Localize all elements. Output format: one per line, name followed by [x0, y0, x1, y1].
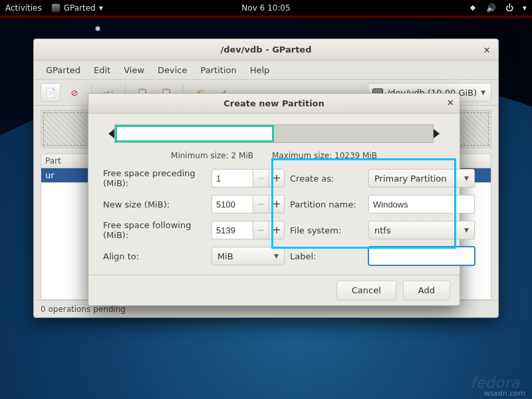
- label-create-as: Create as:: [290, 174, 363, 184]
- power-icon[interactable]: ⏻: [505, 3, 513, 13]
- slider-handle-left[interactable]: [108, 129, 114, 138]
- label-label: Label:: [290, 251, 363, 261]
- site-watermark: wsxdn.com: [484, 389, 525, 398]
- decrement-button[interactable]: −: [253, 221, 269, 239]
- desktop-moon: [96, 27, 100, 31]
- align-to-value: MiB: [217, 251, 233, 261]
- volume-icon[interactable]: 🔊: [486, 3, 496, 13]
- min-size-label: Minimum size: 2 MiB: [171, 151, 253, 160]
- network-icon[interactable]: ⯁: [469, 3, 477, 13]
- chevron-down-icon[interactable]: ▼: [523, 5, 527, 11]
- chevron-down-icon: ▼: [99, 5, 103, 11]
- decrement-button[interactable]: −: [253, 195, 269, 213]
- size-slider[interactable]: [108, 120, 440, 147]
- gnome-topbar: Activities GParted ▼ Nov 6 10:05 ⯁ 🔊 ⏻ ▼: [0, 0, 532, 16]
- create-as-combo[interactable]: Primary Partition ▼: [368, 169, 475, 188]
- menu-device[interactable]: Device: [152, 63, 192, 78]
- chevron-down-icon: ▼: [274, 253, 279, 259]
- increment-button[interactable]: +: [269, 195, 285, 213]
- slider-used-region[interactable]: [115, 125, 274, 142]
- label-file-system: File system:: [290, 225, 363, 235]
- accent-strip: [0, 16, 532, 18]
- create-partition-dialog: Create new Partition ✕ Minimum size: 2 M…: [88, 93, 460, 306]
- dialog-titlebar[interactable]: Create new Partition ✕: [88, 94, 460, 114]
- col-partition: Part: [45, 156, 61, 166]
- activities-button[interactable]: Activities: [5, 3, 42, 13]
- label-free-preceding: Free space preceding (MiB):: [103, 168, 206, 188]
- dialog-footer: Cancel Add: [88, 275, 460, 305]
- increment-button[interactable]: +: [269, 221, 285, 239]
- app-icon: [51, 3, 61, 13]
- menu-help[interactable]: Help: [245, 63, 275, 78]
- partition-name-input[interactable]: [368, 195, 475, 213]
- window-title: /dev/vdb - GParted: [221, 45, 312, 55]
- file-system-combo[interactable]: ntfs ▼: [368, 221, 475, 239]
- increment-button[interactable]: +: [269, 169, 285, 188]
- new-size-input[interactable]: [211, 195, 253, 213]
- free-following-input[interactable]: [211, 221, 253, 239]
- add-button[interactable]: Add: [403, 281, 450, 301]
- slider-handle-right[interactable]: [434, 129, 440, 138]
- chevron-down-icon: ▼: [481, 89, 485, 96]
- close-icon[interactable]: ✕: [447, 98, 454, 108]
- menu-edit[interactable]: Edit: [88, 63, 116, 78]
- chevron-down-icon: ▼: [464, 175, 469, 182]
- free-following-spinner[interactable]: − +: [211, 221, 285, 239]
- create-as-value: Primary Partition: [374, 174, 447, 184]
- cancel-button[interactable]: Cancel: [336, 281, 396, 301]
- new-size-spinner[interactable]: − +: [211, 195, 285, 213]
- clock[interactable]: Nov 6 10:05: [241, 3, 290, 13]
- label-align-to: Align to:: [103, 251, 206, 261]
- appmenu-button[interactable]: GParted ▼: [51, 3, 103, 13]
- menu-gparted[interactable]: GParted: [41, 63, 86, 78]
- close-icon[interactable]: ✕: [481, 44, 493, 56]
- size-limits: Minimum size: 2 MiB Maximum size: 10239 …: [88, 151, 460, 160]
- new-partition-button[interactable]: 📄: [41, 83, 61, 102]
- appmenu-label: GParted: [64, 3, 96, 13]
- free-preceding-input[interactable]: [211, 169, 253, 188]
- window-titlebar[interactable]: /dev/vdb - GParted ✕: [34, 39, 498, 61]
- chevron-down-icon: ▼: [464, 227, 469, 233]
- menu-partition[interactable]: Partition: [196, 63, 242, 78]
- menubar: GParted Edit View Device Partition Help: [34, 61, 498, 79]
- label-new-size: New size (MiB):: [103, 200, 206, 209]
- menu-view[interactable]: View: [118, 63, 150, 78]
- row-text: ur: [45, 170, 55, 180]
- free-preceding-spinner[interactable]: − +: [211, 169, 285, 188]
- label-input[interactable]: [368, 247, 475, 265]
- dialog-form: Free space preceding (MiB): − + Create a…: [88, 164, 460, 275]
- align-to-combo[interactable]: MiB ▼: [211, 247, 285, 265]
- slider-track[interactable]: [114, 124, 434, 143]
- max-size-label: Maximum size: 10239 MiB: [272, 151, 377, 160]
- label-partition-name: Partition name:: [290, 200, 363, 209]
- label-free-following: Free space following (MiB):: [103, 220, 206, 240]
- decrement-button[interactable]: −: [253, 169, 269, 188]
- dialog-title: Create new Partition: [223, 98, 325, 108]
- delete-button[interactable]: ⊘: [65, 83, 84, 102]
- file-system-value: ntfs: [374, 225, 391, 235]
